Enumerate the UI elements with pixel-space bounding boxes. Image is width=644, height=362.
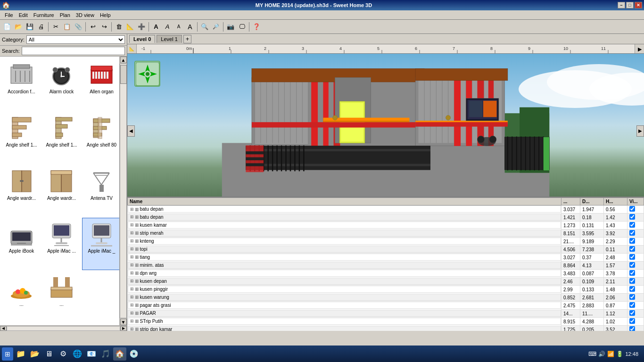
furniture-item-alarm-clock[interactable]: Alarm clock <box>42 58 81 111</box>
visibility-checkbox[interactable] <box>629 326 635 331</box>
view-scroll-right[interactable]: ▶ <box>636 125 644 137</box>
visibility-checkbox[interactable] <box>629 214 635 220</box>
table-row[interactable]: ⊞ ▦ batu depan 1.421 0.18 1.42 <box>128 214 644 222</box>
cell-visible[interactable] <box>627 222 644 230</box>
table-row[interactable]: ⊞ ▦ batu depan 3.037 1.947 0.56 <box>128 206 644 214</box>
text-btn-4[interactable]: A <box>185 22 195 32</box>
copy-button[interactable]: 📋 <box>62 22 72 32</box>
table-row[interactable]: ⊞ ▦ dpn wrg 3.483 0.087 3.78 <box>128 270 644 278</box>
table-row[interactable]: ⊞ ▦ kusen warung 0.852 2.681 2.06 <box>128 294 644 302</box>
open-button[interactable]: 📂 <box>13 22 24 32</box>
taskbar-browser[interactable]: 🌐 <box>71 347 84 361</box>
scroll-up-button[interactable]: ▲ <box>120 57 127 63</box>
scroll-down-button[interactable]: ▼ <box>120 319 127 325</box>
table-row[interactable]: ⊞ ▦ STrip Putih 8.915 4.288 1.02 <box>128 318 644 326</box>
visibility-checkbox[interactable] <box>629 302 635 308</box>
table-row[interactable]: ⊞ ▦ knteng 21.... 9.189 2.29 <box>128 238 644 246</box>
furniture-item-angle-shelf-80[interactable]: Angle shelf 80 <box>82 112 119 164</box>
menu-file[interactable]: File <box>2 11 16 19</box>
table-row[interactable]: ⊞ ▦ kusen depan 2.46 0.109 2.11 <box>128 278 644 286</box>
furniture-item-accordion[interactable]: Accordion f... <box>2 58 41 111</box>
table-row[interactable]: ⊞ ▦ strip merah 8.151 3.595 3.92 <box>128 230 644 238</box>
visibility-checkbox[interactable] <box>629 230 635 236</box>
visibility-checkbox[interactable] <box>629 318 635 324</box>
furniture-item-apple-imac-1[interactable]: Apple iMac ... <box>42 218 81 270</box>
add-level-button[interactable]: + <box>183 35 192 43</box>
undo-button[interactable]: ↩ <box>88 22 98 32</box>
table-row[interactable]: ⊞ ▦ strip dpn kamar 1.725 0.205 3.52 <box>128 326 644 331</box>
cell-visible[interactable] <box>627 302 644 310</box>
start-button[interactable]: ⊞ <box>2 347 13 361</box>
minimize-button[interactable]: − <box>618 2 625 8</box>
cell-visible[interactable] <box>627 310 644 318</box>
table-row[interactable]: ⊞ ▦ pagar ats grasi 2.475 2.883 0.87 <box>128 302 644 310</box>
table-row[interactable]: ⊞ ▦ tiang 3.027 0.37 2.48 <box>128 254 644 262</box>
furniture-item-angle-shelf-1b[interactable]: Angle shelf 1... <box>42 112 81 164</box>
taskbar-music[interactable]: 🎵 <box>99 347 112 361</box>
close-button[interactable]: ✕ <box>635 2 642 8</box>
furniture-item-apple-ibook[interactable]: Apple iBook <box>2 218 41 270</box>
taskbar-email[interactable]: 📧 <box>85 347 98 361</box>
visibility-checkbox[interactable] <box>629 294 635 300</box>
furniture-item-angle-wardrobe-2[interactable]: Angle wardr... <box>42 165 81 217</box>
scroll-left-button[interactable]: ◀ <box>0 326 7 331</box>
furniture-scrollbar[interactable]: ▲ ▼ <box>119 57 127 325</box>
visibility-checkbox[interactable] <box>629 270 635 276</box>
menu-edit[interactable]: Edit <box>16 11 31 19</box>
table-row[interactable]: ⊞ ▦ kusen pinggir 2.99 0.133 1.48 <box>128 286 644 294</box>
redo-button[interactable]: ↪ <box>99 22 109 32</box>
category-select[interactable]: All Bathroom Bedroom Kitchen Living room <box>26 35 125 44</box>
furniture-item-misc2[interactable]: ... <box>42 271 81 323</box>
furniture-item-angle-wardrobe[interactable]: Angle wardr... <box>2 165 41 217</box>
level-tab-0[interactable]: Level 0 <box>129 35 155 43</box>
cell-visible[interactable] <box>627 270 644 278</box>
paste-button[interactable]: 📎 <box>73 22 83 32</box>
cell-visible[interactable] <box>627 254 644 262</box>
furniture-item-apple-imac-2[interactable]: Apple iMac _ <box>82 218 119 270</box>
visibility-checkbox[interactable] <box>629 310 635 316</box>
navigation-compass[interactable] <box>134 61 160 87</box>
taskbar-show-desktop[interactable]: 📁 <box>14 347 27 361</box>
visibility-checkbox[interactable] <box>629 238 635 244</box>
furniture-item-allen-organ[interactable]: Allen organ <box>82 58 119 111</box>
visibility-checkbox[interactable] <box>629 246 635 252</box>
text-btn-2[interactable]: A <box>162 22 173 32</box>
cell-visible[interactable] <box>627 286 644 294</box>
cell-visible[interactable] <box>627 326 644 331</box>
furniture-item-misc1[interactable]: ... <box>2 271 41 323</box>
zoom-in-button[interactable]: 🔍 <box>199 22 210 32</box>
taskbar-terminal[interactable]: 🖥 <box>42 347 56 361</box>
menu-furniture[interactable]: Furniture <box>31 11 57 19</box>
level-tab-1[interactable]: Level 1 <box>157 35 182 43</box>
visibility-checkbox[interactable] <box>629 278 635 284</box>
visibility-checkbox[interactable] <box>629 254 635 260</box>
new-button[interactable]: 📄 <box>2 22 12 32</box>
table-scroll[interactable]: Name ... D... H... Vi... ⊞ ▦ batu depan … <box>127 197 644 331</box>
print-button[interactable]: 🖨 <box>36 22 46 32</box>
cut-button[interactable]: ✂ <box>50 22 61 32</box>
taskbar-sweethome[interactable]: 🏠 <box>113 347 126 361</box>
visibility-checkbox[interactable] <box>629 206 635 212</box>
furniture-item-angle-shelf-1[interactable]: Angle shelf 1... <box>2 112 41 164</box>
ruler-scroll-right[interactable]: ▶ <box>635 44 644 54</box>
taskbar-file-manager[interactable]: 📂 <box>28 347 41 361</box>
save-button[interactable]: 💾 <box>25 22 35 32</box>
taskbar-settings[interactable]: ⚙ <box>57 347 70 361</box>
scroll-right-button[interactable]: ▶ <box>120 326 127 331</box>
cell-visible[interactable] <box>627 230 644 238</box>
taskbar-app-icon[interactable]: 💿 <box>127 347 140 361</box>
menu-help[interactable]: Help <box>97 11 114 19</box>
cell-visible[interactable] <box>627 214 644 222</box>
visibility-checkbox[interactable] <box>629 262 635 268</box>
cell-visible[interactable] <box>627 278 644 286</box>
display-button[interactable]: 🖵 <box>237 22 247 32</box>
measure-button[interactable]: 📐 <box>125 22 135 32</box>
cell-visible[interactable] <box>627 246 644 254</box>
menu-plan[interactable]: Plan <box>57 11 73 19</box>
cell-visible[interactable] <box>627 294 644 302</box>
table-row[interactable]: ⊞ ▦ PAGAR 14... 11.... 1.12 <box>128 310 644 318</box>
visibility-checkbox[interactable] <box>629 286 635 292</box>
text-btn-3[interactable]: A <box>173 22 184 32</box>
3d-view[interactable]: ◀ ▶ <box>127 54 644 197</box>
cell-visible[interactable] <box>627 318 644 326</box>
